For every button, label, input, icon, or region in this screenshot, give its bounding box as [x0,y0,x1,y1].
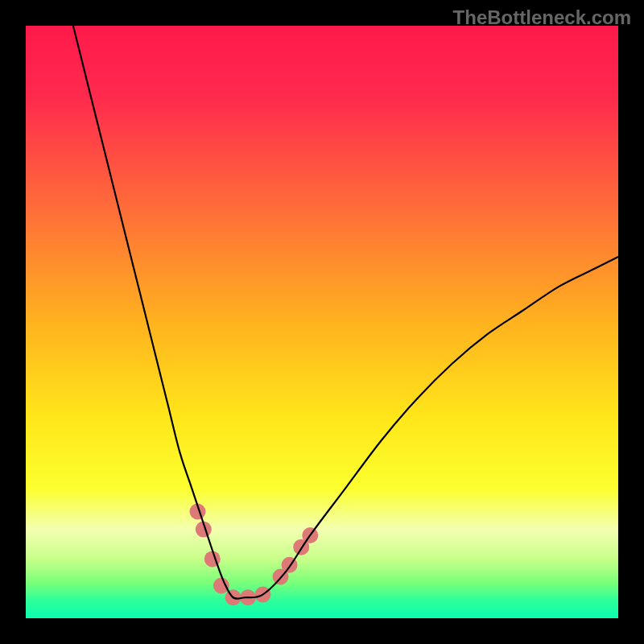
chart-plot-area [26,26,618,618]
chart-markers [189,504,318,606]
watermark-text: TheBottleneck.com [453,6,631,29]
chart-curve-layer [26,26,618,618]
chart-marker [213,578,229,594]
bottleneck-curve [73,26,618,599]
